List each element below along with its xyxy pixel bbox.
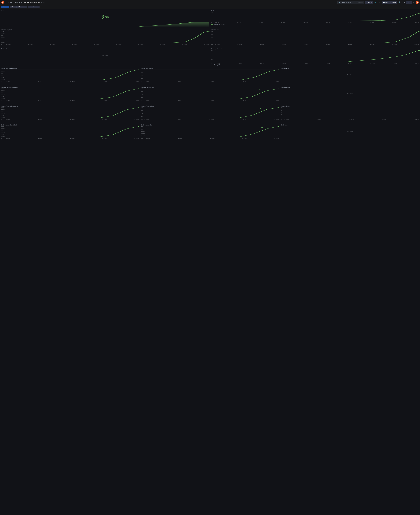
socket-errors-no-data: No data bbox=[1, 50, 209, 61]
x-label: 17:45:00 bbox=[281, 22, 285, 23]
panel-kinesis-records-size: Kinesis Records Size 4 B 3 B 2 B 1 B 0 B bbox=[140, 104, 280, 123]
tv-mode-button[interactable]: 📺 bbox=[374, 1, 377, 4]
page-title: fleet telemetry dashboard bbox=[24, 2, 40, 3]
svg-point-31 bbox=[256, 71, 258, 71]
hamburger-icon[interactable]: ☰ bbox=[5, 1, 7, 4]
refresh-button[interactable]: ↻ bbox=[403, 1, 405, 4]
row-records: Records Dispatched 0.015 0.0125 0.01 0.0… bbox=[0, 28, 420, 47]
panel-kafka-records-size: Kafka Records Size 4 B 3 B 2 B 1 B 0 B bbox=[140, 66, 280, 85]
share-icon[interactable]: ⤢ bbox=[43, 2, 45, 3]
panel-zmq-records-size: ZMQ Records Size 1.25 B 1 B 750 mB 500 m… bbox=[140, 123, 280, 142]
svg-point-34 bbox=[120, 90, 122, 90]
dashboard-content: Uptime 3 min bbox=[0, 9, 420, 142]
x-label: 17:48:00 bbox=[414, 22, 419, 23]
row-pubsub: Pubsub Records Dispatched 0.015 0.0125 0… bbox=[0, 85, 420, 104]
dashboard-toolbar: 1interval 10m data_source Prometheus ▾ bbox=[0, 5, 420, 9]
avatar[interactable]: G bbox=[416, 1, 419, 4]
row-kafka: Kafka Records Dispatched 0.015 0.0125 0.… bbox=[0, 66, 420, 85]
breadcrumb: ☰ Home › Dashboards › fleet telemetry da… bbox=[5, 1, 336, 4]
refresh-rate-button[interactable]: 5s ▾ bbox=[406, 1, 412, 4]
svg-point-25 bbox=[418, 50, 420, 51]
panel-uptime: Uptime 3 min bbox=[0, 9, 210, 28]
search-bar[interactable]: 🔍 Search or jump to... cmd+k bbox=[337, 1, 364, 4]
x-label: 17:47:00 bbox=[370, 22, 374, 23]
chevron-down-icon: ▾ bbox=[395, 2, 396, 3]
panel-title-records-dispatched: Records Dispatched bbox=[1, 29, 209, 30]
home-link[interactable]: Home bbox=[8, 2, 12, 3]
x-label: 17:44:00 bbox=[237, 22, 241, 23]
grafana-logo bbox=[1, 1, 4, 4]
uptime-chart bbox=[1, 22, 209, 27]
panel-title-uptime: Uptime bbox=[1, 10, 209, 12]
panel-records-size: Records Size 4 B 3 B 2 B 1 B 0 B bbox=[210, 28, 420, 47]
x-label: 17:43:30 bbox=[215, 22, 219, 23]
star-icon[interactable]: ☆ bbox=[41, 2, 42, 3]
svg-point-43 bbox=[259, 109, 261, 109]
time-range-picker[interactable]: 🕐 Last 5 minutes ▾ bbox=[382, 1, 397, 4]
row-kinesis: Kinesis Records Dispatched 0.015 0.0125 … bbox=[0, 104, 420, 123]
prometheus-button[interactable]: Prometheus ▾ bbox=[28, 6, 39, 8]
go-routines-legend: number of go routines bbox=[211, 24, 419, 25]
y-label: 0.25 bbox=[211, 12, 213, 13]
topbar: ☰ Home › Dashboards › fleet telemetry da… bbox=[0, 0, 420, 5]
clock-icon: 🕐 bbox=[383, 2, 385, 3]
interval-value-button[interactable]: 10m bbox=[10, 6, 15, 8]
interval-button[interactable]: 1interval bbox=[1, 6, 9, 8]
topbar-actions: + Add ▾ 📺 ⚙ 🕐 Last 5 minutes ▾ 🔍- ↻ 5s ▾… bbox=[365, 1, 419, 4]
svg-point-14 bbox=[207, 31, 210, 32]
chevron-down-icon: ▾ bbox=[38, 6, 38, 8]
svg-point-51 bbox=[261, 127, 263, 128]
panel-title-records-size: Records Size bbox=[211, 29, 419, 30]
panel-title-socket-errors: Socket Errors bbox=[1, 48, 209, 50]
settings-button[interactable]: ⚙ bbox=[378, 1, 381, 4]
panel-memory-allocated: Memory Allocated 6 kB 4 kB 2 kB 0 B bbox=[210, 47, 420, 66]
x-label: 17:47:30 bbox=[392, 22, 397, 23]
x-label: 17:46:30 bbox=[348, 22, 352, 23]
row-uptime-goroutines: Uptime 3 min bbox=[0, 9, 420, 28]
records-dispatched-legend: v bbox=[1, 45, 209, 46]
uptime-value: 3 min bbox=[1, 12, 209, 22]
panel-go-routines: Go Routines count 0.25 0 bbox=[210, 9, 420, 28]
chevron-down-icon: ▾ bbox=[410, 2, 410, 3]
search-shortcut: cmd+k bbox=[358, 2, 363, 3]
panel-kafka-records-dispatched: Kafka Records Dispatched 0.015 0.0125 0.… bbox=[0, 66, 140, 85]
dashboards-link[interactable]: Dashboards bbox=[14, 2, 22, 3]
x-label: 17:44:30 bbox=[259, 22, 263, 23]
x-label: 17:45:30 bbox=[303, 22, 308, 23]
panel-title-go-routines: Go Routines count bbox=[211, 10, 419, 12]
panel-pubsub-errors: Pubsub Errors No data bbox=[280, 85, 420, 104]
zoom-out-button[interactable]: 🔍- bbox=[398, 1, 402, 4]
add-button[interactable]: + Add ▾ bbox=[365, 1, 373, 4]
svg-point-2 bbox=[2, 2, 3, 3]
chevron-down-icon: ▾ bbox=[371, 2, 372, 3]
x-label: 17:46:00 bbox=[326, 22, 330, 23]
panel-zmq-records-dispatched: ZMQ Records Dispatched 0.015 0.0125 0.01… bbox=[0, 123, 140, 142]
search-placeholder: Search or jump to... bbox=[341, 2, 354, 3]
svg-point-28 bbox=[119, 71, 121, 71]
panel-kinesis-records-dispatched: Kinesis Records Dispatched 0.015 0.0125 … bbox=[0, 104, 140, 123]
panel-records-dispatched: Records Dispatched 0.015 0.0125 0.01 0.0… bbox=[0, 28, 210, 47]
search-icon: 🔍 bbox=[339, 2, 340, 3]
panel-title-memory-allocated: Memory Allocated bbox=[211, 48, 419, 50]
svg-point-20 bbox=[418, 31, 420, 32]
svg-point-6 bbox=[418, 13, 420, 14]
svg-point-40 bbox=[121, 109, 123, 109]
row-socket-memory: Socket Errors No data Memory Allocated 6… bbox=[0, 47, 420, 66]
records-size-legend: v bbox=[211, 45, 419, 46]
svg-point-37 bbox=[258, 89, 260, 90]
panel-pubsub-records-size: Pubsub Records Size 4 B 3 B 2 B 1 B 0 B bbox=[140, 85, 280, 104]
panel-kinesis-errors: Kinesis Errors 100 80 60 40 20 0 bbox=[280, 104, 420, 123]
panel-pubsub-records-dispatched: Pubsub Records Dispatched 0.015 0.0125 0… bbox=[0, 85, 140, 104]
y-label: 0 bbox=[211, 22, 213, 23]
memory-allocated-legend: Memory Allocated bbox=[211, 64, 419, 66]
add-icon: + bbox=[366, 2, 367, 3]
data-source-button[interactable]: data_source bbox=[16, 6, 27, 8]
svg-point-48 bbox=[123, 128, 125, 128]
panel-kafka-errors: Kafka Errors No data bbox=[280, 66, 420, 85]
collapse-button[interactable]: ∧ bbox=[412, 1, 415, 4]
panel-socket-errors: Socket Errors No data bbox=[0, 47, 210, 66]
row-zmq: ZMQ Records Dispatched 0.015 0.0125 0.01… bbox=[0, 123, 420, 142]
panel-zmq-errors: ZMQ Errors No data bbox=[280, 123, 420, 142]
